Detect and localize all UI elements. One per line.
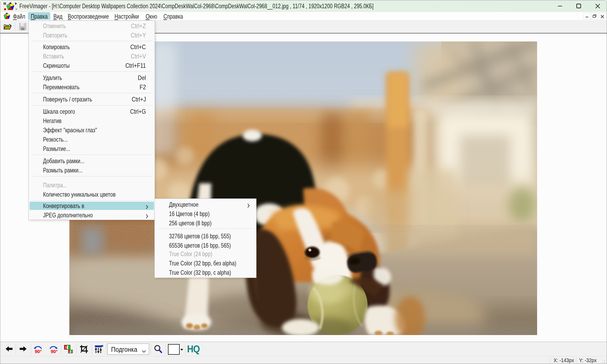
svg-text:90°: 90°	[51, 349, 58, 354]
svg-text:1: 1	[69, 351, 70, 353]
svg-text:1: 1	[65, 346, 67, 349]
svg-text:90°: 90°	[35, 349, 42, 354]
